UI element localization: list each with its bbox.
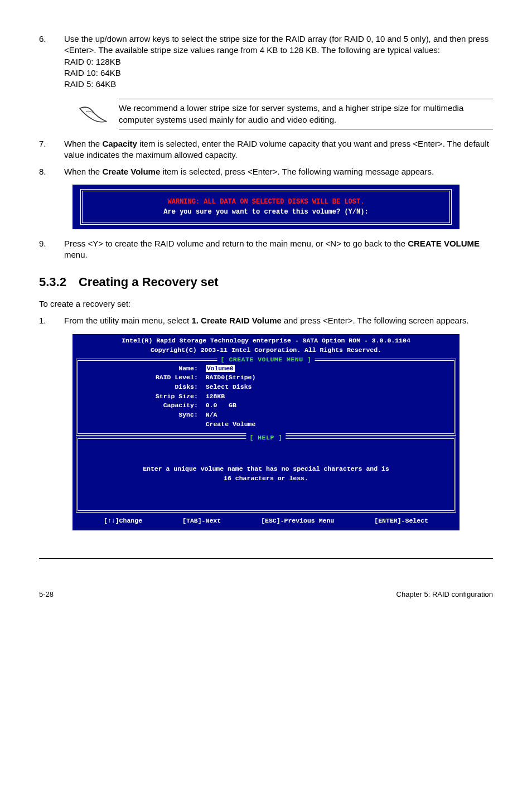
help-line2: 16 characters or less. — [90, 474, 442, 484]
step8-post: item is selected, press <Enter>. The fol… — [160, 167, 434, 176]
nav-tab: [TAB]-Next — [182, 516, 221, 526]
step-number: 7. — [39, 138, 64, 161]
step-body: Press <Y> to create the RAID volume and … — [64, 238, 493, 261]
step-1: 1. From the utility main menu, select 1.… — [39, 315, 493, 326]
help-line1: Enter a unique volume name that has no s… — [90, 465, 442, 474]
kv-create: Create Volume — [152, 420, 447, 429]
step-body: When the Create Volume item is selected,… — [64, 166, 493, 177]
chapter-label: Chapter 5: RAID configuration — [396, 590, 493, 600]
step1-pre: From the utility main menu, select — [64, 316, 191, 325]
kv-disks: Disks: Select Disks — [152, 383, 447, 392]
capacity-label: Capacity: — [163, 402, 198, 409]
help-text: Enter a unique volume name that has no s… — [85, 442, 447, 505]
raid-value: RAID0(Stripe) — [206, 374, 256, 381]
disks-value: Select Disks — [206, 383, 252, 390]
recovery-intro: To create a recovery set: — [39, 298, 493, 310]
step9-pre: Press <Y> to create the RAID volume and … — [64, 239, 408, 248]
bios-nav: [↑↓]Change [TAB]-Next [ESC]-Previous Men… — [72, 514, 460, 529]
kv-sync: Sync: N/A — [152, 410, 447, 420]
step-number: 1. — [39, 315, 64, 326]
step-8: 8. When the Create Volume item is select… — [39, 166, 493, 177]
step-body: Use the up/down arrow keys to select the… — [64, 33, 493, 90]
step1-bold: 1. Create RAID Volume — [191, 316, 281, 325]
bios-header: Intel(R) Rapid Storage Technology enterp… — [72, 334, 460, 357]
step6-l1: RAID 0: 128KB — [64, 57, 121, 66]
step1-post: and press <Enter>. The following screen … — [282, 316, 469, 325]
kv-name: Name: Volume0 — [152, 364, 447, 374]
warning-dialog: WARNING: ALL DATA ON SELECTED DISKS WILL… — [72, 185, 460, 229]
footer-rule — [39, 558, 493, 559]
create-volume-panel: [ CREATE VOLUME MENU ] Name: Volume0 RAI… — [76, 359, 456, 436]
warning-inner: WARNING: ALL DATA ON SELECTED DISKS WILL… — [80, 189, 452, 225]
warning-line1: WARNING: ALL DATA ON SELECTED DISKS WILL… — [88, 197, 444, 207]
page-number: 5-28 — [39, 590, 54, 600]
note-icon — [78, 104, 109, 125]
step9-bold: CREATE VOLUME — [408, 239, 480, 248]
note-block: We recommend a lower stripe size for ser… — [78, 98, 493, 131]
note-top-rule — [119, 99, 493, 99]
step-number: 9. — [39, 238, 64, 261]
step7-bold: Capacity — [102, 139, 137, 148]
step6-text: Use the up/down arrow keys to select the… — [64, 34, 489, 55]
kv-strip: Strip Size: 128KB — [152, 392, 447, 402]
step8-pre: When the — [64, 167, 102, 176]
panel-title-create: [ CREATE VOLUME MENU ] — [217, 355, 315, 365]
step-body: From the utility main menu, select 1. Cr… — [64, 315, 493, 326]
step9-post: menu. — [64, 250, 88, 259]
bios-header-line1: Intel(R) Rapid Storage Technology enterp… — [72, 336, 460, 346]
nav-change: [↑↓]Change — [104, 516, 142, 526]
create-volume-action: Create Volume — [206, 421, 256, 428]
note-text: We recommend a lower stripe size for ser… — [119, 100, 493, 128]
nav-enter: [ENTER]-Select — [374, 516, 428, 526]
step-body: When the Capacity item is selected, ente… — [64, 138, 493, 161]
strip-label: Strip Size: — [156, 393, 198, 400]
note-text-container: We recommend a lower stripe size for ser… — [119, 98, 493, 131]
step8-bold: Create Volume — [102, 167, 160, 176]
step-9: 9. Press <Y> to create the RAID volume a… — [39, 238, 493, 261]
raid-label: RAID Level: — [156, 374, 198, 381]
name-label: Name: — [178, 365, 198, 372]
step-number: 8. — [39, 166, 64, 177]
sync-value: N/A — [206, 411, 217, 418]
capacity-value: 0.0 GB — [206, 402, 236, 409]
bios-screen: Intel(R) Rapid Storage Technology enterp… — [72, 334, 460, 530]
name-value: Volume0 — [206, 365, 235, 372]
kv-raid: RAID Level: RAID0(Stripe) — [152, 373, 447, 383]
help-panel: [ HELP ] Enter a unique volume name that… — [76, 437, 456, 512]
kv-capacity: Capacity: 0.0 GB — [152, 401, 447, 410]
warning-line2: Are you sure you want to create this vol… — [88, 207, 444, 217]
step7-pre: When the — [64, 139, 102, 148]
step6-l3: RAID 5: 64KB — [64, 79, 116, 89]
step-6: 6. Use the up/down arrow keys to select … — [39, 33, 493, 90]
section-heading: 5.3.2 Creating a Recovery set — [39, 274, 493, 291]
step-7: 7. When the Capacity item is selected, e… — [39, 138, 493, 161]
note-bottom-rule — [119, 129, 493, 129]
sync-label: Sync: — [178, 411, 198, 418]
nav-esc: [ESC]-Previous Menu — [261, 516, 334, 526]
panel-title-help: [ HELP ] — [246, 433, 286, 443]
step6-l2: RAID 10: 64KB — [64, 68, 121, 78]
bios-header-line2: Copyright(C) 2003-11 Intel Corporation. … — [72, 346, 460, 355]
disks-label: Disks: — [175, 383, 197, 390]
page-footer: 5-28 Chapter 5: RAID configuration — [39, 590, 493, 600]
strip-value: 128KB — [206, 393, 225, 400]
step-number: 6. — [39, 33, 64, 90]
